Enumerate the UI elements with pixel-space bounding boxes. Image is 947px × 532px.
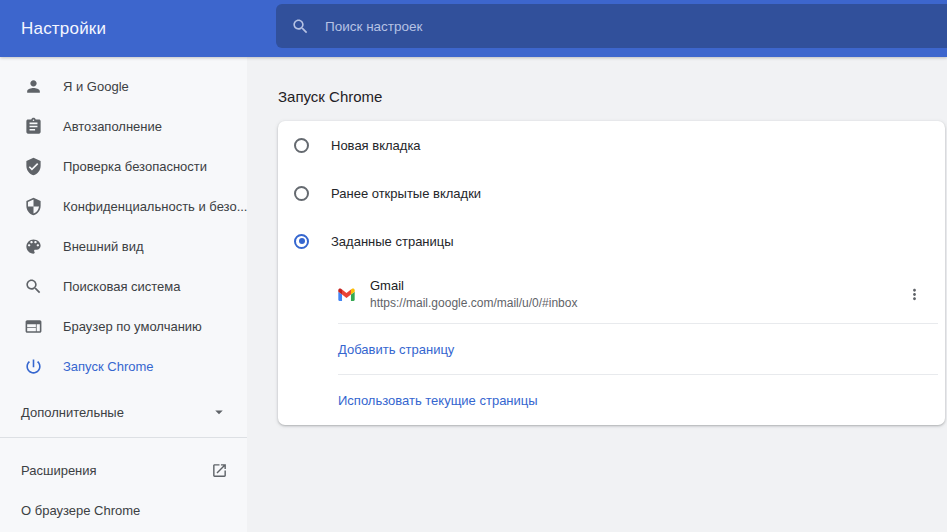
section-title: Запуск Chrome (278, 87, 947, 107)
sidebar-item-label: Я и Google (63, 79, 129, 94)
more-options-button[interactable] (902, 282, 926, 306)
power-icon (24, 357, 43, 376)
chevron-down-icon (210, 403, 228, 421)
sidebar-item-safety-check[interactable]: Проверка безопасности (0, 146, 247, 186)
sidebar-item-appearance[interactable]: Внешний вид (0, 226, 247, 266)
sidebar-item-advanced[interactable]: Дополнительные (0, 392, 247, 432)
external-link-icon (211, 462, 228, 479)
search-icon (24, 277, 43, 296)
sidebar-item-label: Автозаполнение (63, 119, 162, 134)
startup-page-info: Gmail https://mail.google.com/mail/u/0/#… (370, 278, 577, 310)
radio-option-specific-pages[interactable]: Заданные страницы (278, 217, 945, 265)
startup-page-title: Gmail (370, 278, 577, 293)
header-title-area: Настройки (0, 0, 276, 57)
radio-option-label: Ранее открытые вкладки (331, 186, 481, 201)
sidebar-item-label: Поисковая система (63, 279, 181, 294)
use-current-pages-link[interactable]: Использовать текущие страницы (338, 393, 538, 408)
use-current-pages-row: Использовать текущие страницы (278, 375, 945, 425)
add-page-row: Добавить страницу (278, 324, 945, 374)
add-page-link[interactable]: Добавить страницу (338, 342, 454, 357)
shield-check-icon (24, 157, 43, 176)
radio-button[interactable] (294, 234, 309, 249)
sidebar-item-label: Расширения (21, 463, 97, 478)
radio-option-continue[interactable]: Ранее открытые вкладки (278, 169, 945, 217)
header: Настройки (0, 0, 947, 57)
startup-page-row: Gmail https://mail.google.com/mail/u/0/#… (278, 265, 945, 323)
gmail-icon (338, 287, 355, 302)
radio-button[interactable] (294, 138, 309, 153)
startup-page-url: https://mail.google.com/mail/u/0/#inbox (370, 296, 577, 310)
sidebar-item-extensions[interactable]: Расширения (0, 450, 247, 490)
chrome-settings-window: Настройки Я и Google Автозаполнение (0, 0, 947, 425)
radio-option-label: Заданные страницы (331, 234, 454, 249)
sidebar-item-on-startup[interactable]: Запуск Chrome (0, 346, 247, 386)
sidebar-item-autofill[interactable]: Автозаполнение (0, 106, 247, 146)
sidebar-item-privacy[interactable]: Конфиденциальность и безо... (0, 186, 247, 226)
palette-icon (24, 237, 43, 256)
clipboard-icon (24, 117, 43, 136)
search-input[interactable] (323, 18, 947, 35)
sidebar-item-label: Внешний вид (63, 239, 144, 254)
main-content: Запуск Chrome Новая вкладка Ранее открыт… (247, 57, 947, 425)
sidebar-item-label: Проверка безопасности (63, 159, 207, 174)
sidebar-item-about-chrome[interactable]: О браузере Chrome (0, 490, 247, 530)
sidebar-item-label: Конфиденциальность и безо... (63, 199, 247, 214)
search-icon (291, 17, 310, 36)
sidebar-item-default-browser[interactable]: Браузер по умолчанию (0, 306, 247, 346)
sidebar-item-label: Дополнительные (21, 405, 124, 420)
sidebar-divider (0, 437, 247, 438)
startup-card: Новая вкладка Ранее открытые вкладки Зад… (278, 121, 945, 425)
person-icon (24, 77, 43, 96)
browser-icon (24, 317, 43, 336)
sidebar-item-label: Запуск Chrome (63, 359, 154, 374)
shield-icon (24, 197, 43, 216)
sidebar-item-label: Браузер по умолчанию (63, 319, 202, 334)
sidebar-item-search-engine[interactable]: Поисковая система (0, 266, 247, 306)
radio-option-label: Новая вкладка (331, 138, 421, 153)
sidebar-item-you-and-google[interactable]: Я и Google (0, 66, 247, 106)
sidebar: Я и Google Автозаполнение Проверка безоп… (0, 57, 247, 532)
sidebar-item-label: О браузере Chrome (21, 503, 140, 518)
radio-button[interactable] (294, 186, 309, 201)
page-title: Настройки (21, 19, 106, 39)
radio-option-new-tab[interactable]: Новая вкладка (278, 121, 945, 169)
settings-search-box[interactable] (276, 4, 947, 48)
more-vert-icon (906, 286, 923, 303)
